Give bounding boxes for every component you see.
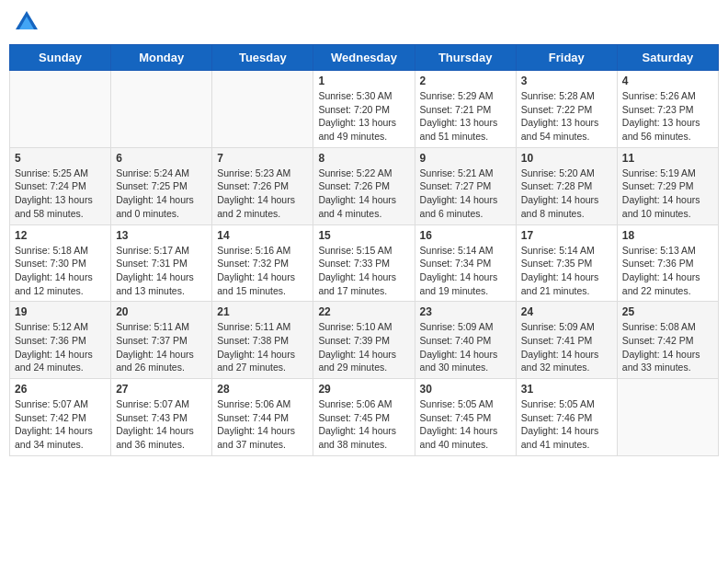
page-header xyxy=(9,9,719,35)
calendar-cell: 29Sunrise: 5:06 AMSunset: 7:45 PMDayligh… xyxy=(313,379,415,456)
day-info: Sunrise: 5:19 AMSunset: 7:29 PMDaylight:… xyxy=(622,167,713,221)
calendar-cell: 12Sunrise: 5:18 AMSunset: 7:30 PMDayligh… xyxy=(10,224,111,302)
calendar-cell: 3Sunrise: 5:28 AMSunset: 7:22 PMDaylight… xyxy=(516,71,617,148)
calendar-cell: 2Sunrise: 5:29 AMSunset: 7:21 PMDaylight… xyxy=(415,71,516,148)
day-number: 17 xyxy=(521,229,612,242)
day-number: 15 xyxy=(318,229,409,242)
day-info: Sunrise: 5:12 AMSunset: 7:36 PMDaylight:… xyxy=(15,320,106,374)
day-info: Sunrise: 5:25 AMSunset: 7:24 PMDaylight:… xyxy=(15,167,106,221)
day-number: 6 xyxy=(116,152,207,165)
day-number: 21 xyxy=(217,305,308,318)
day-info: Sunrise: 5:11 AMSunset: 7:38 PMDaylight:… xyxy=(217,320,308,374)
day-info: Sunrise: 5:14 AMSunset: 7:34 PMDaylight:… xyxy=(420,244,511,298)
calendar-cell: 18Sunrise: 5:13 AMSunset: 7:36 PMDayligh… xyxy=(617,224,718,302)
day-number: 10 xyxy=(521,152,612,165)
day-number: 23 xyxy=(420,305,511,318)
calendar-cell xyxy=(111,71,212,148)
calendar-cell: 10Sunrise: 5:20 AMSunset: 7:28 PMDayligh… xyxy=(516,147,617,224)
day-number: 28 xyxy=(217,383,308,396)
calendar-week-row: 26Sunrise: 5:07 AMSunset: 7:42 PMDayligh… xyxy=(10,379,719,456)
day-number: 7 xyxy=(217,152,308,165)
day-number: 13 xyxy=(116,229,207,242)
calendar-cell: 4Sunrise: 5:26 AMSunset: 7:23 PMDaylight… xyxy=(617,71,718,148)
calendar-cell: 8Sunrise: 5:22 AMSunset: 7:26 PMDaylight… xyxy=(313,147,415,224)
day-number: 24 xyxy=(521,305,612,318)
day-info: Sunrise: 5:23 AMSunset: 7:26 PMDaylight:… xyxy=(217,167,308,221)
calendar-cell: 14Sunrise: 5:16 AMSunset: 7:32 PMDayligh… xyxy=(212,224,313,302)
calendar-cell: 24Sunrise: 5:09 AMSunset: 7:41 PMDayligh… xyxy=(516,302,617,379)
day-number: 18 xyxy=(622,229,713,242)
calendar-cell: 17Sunrise: 5:14 AMSunset: 7:35 PMDayligh… xyxy=(516,224,617,302)
day-info: Sunrise: 5:30 AMSunset: 7:20 PMDaylight:… xyxy=(318,89,409,144)
day-number: 26 xyxy=(15,383,106,396)
calendar-cell: 11Sunrise: 5:19 AMSunset: 7:29 PMDayligh… xyxy=(617,147,718,224)
day-number: 1 xyxy=(318,75,409,87)
calendar-week-row: 5Sunrise: 5:25 AMSunset: 7:24 PMDaylight… xyxy=(10,147,719,224)
calendar-cell xyxy=(617,379,718,456)
weekday-header-tuesday: Tuesday xyxy=(212,45,313,71)
day-number: 3 xyxy=(521,75,612,87)
day-number: 8 xyxy=(318,152,409,165)
day-number: 12 xyxy=(15,229,106,242)
calendar-cell: 15Sunrise: 5:15 AMSunset: 7:33 PMDayligh… xyxy=(313,224,415,302)
day-info: Sunrise: 5:21 AMSunset: 7:27 PMDaylight:… xyxy=(420,167,511,221)
day-info: Sunrise: 5:10 AMSunset: 7:39 PMDaylight:… xyxy=(318,320,409,374)
calendar-cell: 13Sunrise: 5:17 AMSunset: 7:31 PMDayligh… xyxy=(111,224,212,302)
calendar-cell xyxy=(10,71,111,148)
calendar-week-row: 19Sunrise: 5:12 AMSunset: 7:36 PMDayligh… xyxy=(10,302,719,379)
day-info: Sunrise: 5:06 AMSunset: 7:45 PMDaylight:… xyxy=(318,397,409,452)
calendar-week-row: 1Sunrise: 5:30 AMSunset: 7:20 PMDaylight… xyxy=(10,71,719,148)
day-info: Sunrise: 5:28 AMSunset: 7:22 PMDaylight:… xyxy=(521,89,612,144)
day-number: 29 xyxy=(318,383,409,396)
day-info: Sunrise: 5:26 AMSunset: 7:23 PMDaylight:… xyxy=(622,89,713,144)
calendar-cell: 1Sunrise: 5:30 AMSunset: 7:20 PMDaylight… xyxy=(313,71,415,148)
day-info: Sunrise: 5:29 AMSunset: 7:21 PMDaylight:… xyxy=(420,89,511,144)
weekday-header-monday: Monday xyxy=(111,45,212,71)
day-info: Sunrise: 5:24 AMSunset: 7:25 PMDaylight:… xyxy=(116,167,207,221)
weekday-header-thursday: Thursday xyxy=(415,45,516,71)
day-info: Sunrise: 5:22 AMSunset: 7:26 PMDaylight:… xyxy=(318,167,409,221)
day-info: Sunrise: 5:09 AMSunset: 7:40 PMDaylight:… xyxy=(420,320,511,374)
calendar-cell: 30Sunrise: 5:05 AMSunset: 7:45 PMDayligh… xyxy=(415,379,516,456)
day-info: Sunrise: 5:17 AMSunset: 7:31 PMDaylight:… xyxy=(116,244,207,298)
weekday-header-row: SundayMondayTuesdayWednesdayThursdayFrid… xyxy=(10,45,719,71)
day-number: 16 xyxy=(420,229,511,242)
day-info: Sunrise: 5:09 AMSunset: 7:41 PMDaylight:… xyxy=(521,320,612,374)
day-number: 11 xyxy=(622,152,713,165)
calendar-cell: 6Sunrise: 5:24 AMSunset: 7:25 PMDaylight… xyxy=(111,147,212,224)
day-info: Sunrise: 5:08 AMSunset: 7:42 PMDaylight:… xyxy=(622,320,713,374)
day-info: Sunrise: 5:05 AMSunset: 7:45 PMDaylight:… xyxy=(420,397,511,452)
day-info: Sunrise: 5:18 AMSunset: 7:30 PMDaylight:… xyxy=(15,244,106,298)
calendar-cell: 25Sunrise: 5:08 AMSunset: 7:42 PMDayligh… xyxy=(617,302,718,379)
day-info: Sunrise: 5:07 AMSunset: 7:43 PMDaylight:… xyxy=(116,397,207,452)
weekday-header-wednesday: Wednesday xyxy=(313,45,415,71)
calendar-cell: 5Sunrise: 5:25 AMSunset: 7:24 PMDaylight… xyxy=(10,147,111,224)
calendar-cell: 16Sunrise: 5:14 AMSunset: 7:34 PMDayligh… xyxy=(415,224,516,302)
calendar-cell: 22Sunrise: 5:10 AMSunset: 7:39 PMDayligh… xyxy=(313,302,415,379)
calendar-week-row: 12Sunrise: 5:18 AMSunset: 7:30 PMDayligh… xyxy=(10,224,719,302)
weekday-header-sunday: Sunday xyxy=(10,45,111,71)
day-info: Sunrise: 5:05 AMSunset: 7:46 PMDaylight:… xyxy=(521,397,612,452)
day-info: Sunrise: 5:20 AMSunset: 7:28 PMDaylight:… xyxy=(521,167,612,221)
day-number: 20 xyxy=(116,305,207,318)
day-number: 5 xyxy=(15,152,106,165)
calendar-table: SundayMondayTuesdayWednesdayThursdayFrid… xyxy=(9,44,719,456)
calendar-cell: 19Sunrise: 5:12 AMSunset: 7:36 PMDayligh… xyxy=(10,302,111,379)
day-number: 14 xyxy=(217,229,308,242)
calendar-cell: 9Sunrise: 5:21 AMSunset: 7:27 PMDaylight… xyxy=(415,147,516,224)
day-number: 31 xyxy=(521,383,612,396)
logo-icon xyxy=(14,9,40,35)
calendar-cell: 20Sunrise: 5:11 AMSunset: 7:37 PMDayligh… xyxy=(111,302,212,379)
calendar-cell: 27Sunrise: 5:07 AMSunset: 7:43 PMDayligh… xyxy=(111,379,212,456)
calendar-cell: 21Sunrise: 5:11 AMSunset: 7:38 PMDayligh… xyxy=(212,302,313,379)
calendar-cell: 7Sunrise: 5:23 AMSunset: 7:26 PMDaylight… xyxy=(212,147,313,224)
day-info: Sunrise: 5:13 AMSunset: 7:36 PMDaylight:… xyxy=(622,244,713,298)
day-info: Sunrise: 5:07 AMSunset: 7:42 PMDaylight:… xyxy=(15,397,106,452)
day-number: 9 xyxy=(420,152,511,165)
day-number: 2 xyxy=(420,75,511,87)
weekday-header-saturday: Saturday xyxy=(617,45,718,71)
calendar-cell: 28Sunrise: 5:06 AMSunset: 7:44 PMDayligh… xyxy=(212,379,313,456)
calendar-cell xyxy=(212,71,313,148)
calendar-cell: 23Sunrise: 5:09 AMSunset: 7:40 PMDayligh… xyxy=(415,302,516,379)
day-info: Sunrise: 5:06 AMSunset: 7:44 PMDaylight:… xyxy=(217,397,308,452)
